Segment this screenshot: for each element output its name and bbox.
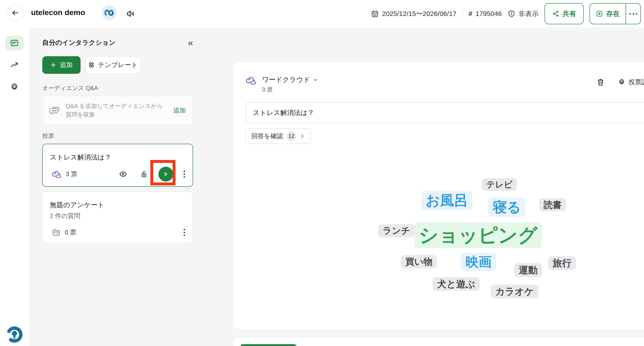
eye-icon: [119, 170, 127, 178]
rail-settings-item[interactable]: [5, 80, 24, 94]
present-split-button: 存在: [590, 3, 641, 24]
poll-card-wordcloud[interactable]: ストレス解消法は？ 3 票: [42, 144, 193, 187]
poll-title: ストレス解消法は？: [50, 153, 112, 162]
back-button[interactable]: [7, 4, 24, 21]
webex-logo-badge[interactable]: [102, 6, 116, 20]
polls-section-label: 投票: [42, 132, 54, 140]
wordcloud-word: 買い物: [401, 255, 437, 268]
rail-analytics-item[interactable]: [5, 58, 24, 73]
present-play-icon: [596, 10, 603, 17]
chat-bubbles-icon: [49, 104, 61, 116]
rail-interactions-item[interactable]: [5, 36, 24, 50]
poll-card-survey[interactable]: 無題のアンケート 2 件の質問 0 票: [42, 192, 193, 243]
survey-questions-count: 2 件の質問: [50, 212, 80, 220]
lock-voting-button[interactable]: [140, 170, 148, 178]
wordcloud-word: 映画: [461, 253, 496, 271]
visibility-label: 非表示: [518, 9, 539, 18]
unlocked-padlock-icon: [140, 170, 148, 178]
event-dates: 2025/12/15〜2026/06/17: [371, 9, 456, 18]
event-code: # 1795046: [469, 10, 502, 18]
add-interaction-button[interactable]: 追加: [42, 56, 80, 74]
header-divider: [462, 8, 463, 19]
poll-detail-card: ワードクラウド 3 票: [233, 62, 644, 329]
wordcloud-word: 犬と遊ぶ: [432, 277, 480, 291]
templates-button[interactable]: テンプレート: [85, 56, 141, 74]
collapse-sidebar-icon[interactable]: «: [188, 38, 193, 47]
slido-logo: [6, 326, 23, 343]
event-title: utelecon demo: [31, 8, 85, 17]
wordcloud-word: ショッピング: [414, 222, 542, 248]
arrow-left-icon: [11, 9, 19, 17]
trending-up-icon: [10, 61, 19, 70]
event-code-text: 1795046: [476, 10, 502, 18]
nav-rail: [0, 28, 29, 346]
wordcloud-word: テレビ: [482, 178, 517, 191]
shield-alert-icon: [508, 10, 515, 18]
present-button[interactable]: 存在: [590, 4, 626, 24]
wordcloud-word: ランチ: [378, 224, 415, 237]
hide-results-eye-button[interactable]: [119, 170, 127, 178]
workspace-background: 自分のインタラクション « 追加 テンプレート オーディエンス Q&A: [29, 28, 644, 346]
qa-add-link[interactable]: 追加: [173, 106, 186, 115]
present-more-button[interactable]: [626, 4, 640, 24]
template-grid-icon: [88, 62, 95, 68]
share-label: 共有: [562, 9, 576, 18]
wordcloud-word: お風呂: [421, 191, 472, 210]
gear-icon: [10, 82, 19, 92]
poll-menu-kebab[interactable]: [182, 169, 186, 179]
wordcloud-word: 運動: [514, 263, 542, 277]
wordcloud: テレビお風呂寝る読書ランチショッピング買い物映画運動旅行犬と遊ぶカラオケ: [234, 62, 644, 329]
poll-votes: 3 票: [66, 170, 77, 178]
wordcloud-word: 寝る: [488, 198, 526, 217]
wordcloud-poll-icon: [51, 170, 62, 179]
start-voting-button[interactable]: 投票を開始: [240, 344, 297, 346]
calendar-icon: [371, 10, 379, 18]
hash-icon: #: [469, 10, 472, 18]
survey-folder-icon: [51, 228, 61, 237]
share-button[interactable]: 共有: [544, 3, 584, 24]
qa-empty-card[interactable]: Q&A を追加してオーディエンスから 質問を収集 追加: [42, 96, 193, 125]
interactions-panel-icon: [10, 38, 19, 48]
sidebar-title: 自分のインタラクション: [42, 38, 116, 47]
visibility-status[interactable]: 非表示: [508, 9, 539, 18]
start-poll-play-button[interactable]: [158, 167, 173, 182]
qa-section-label: オーディエンス Q&A: [42, 84, 98, 92]
share-nodes-icon: [552, 10, 560, 17]
top-header: utelecon demo 2025/12/15〜2026/06/17: [0, 0, 644, 28]
survey-menu-kebab[interactable]: [182, 228, 186, 237]
wordcloud-word: 読書: [539, 198, 566, 212]
webex-logo-icon: [104, 10, 114, 16]
qa-hint-text: Q&A を追加してオーディエンスから 質問を収集: [66, 102, 163, 119]
plus-icon: [50, 62, 56, 68]
announcement-speaker-icon[interactable]: [126, 9, 136, 18]
play-icon: [163, 171, 169, 177]
add-label: 追加: [60, 60, 73, 70]
wordcloud-word: カラオケ: [491, 284, 538, 298]
templates-label: テンプレート: [98, 60, 138, 70]
present-label: 存在: [606, 9, 620, 18]
wordcloud-word: 旅行: [548, 256, 576, 270]
survey-votes: 0 票: [65, 228, 76, 237]
survey-title: 無題のアンケート: [50, 200, 105, 210]
date-range-text: 2025/12/15〜2026/06/17: [382, 9, 456, 18]
ellipsis-icon: [629, 13, 637, 14]
bottom-action-bar: 投票を開始 参加者として表示: [233, 338, 644, 346]
